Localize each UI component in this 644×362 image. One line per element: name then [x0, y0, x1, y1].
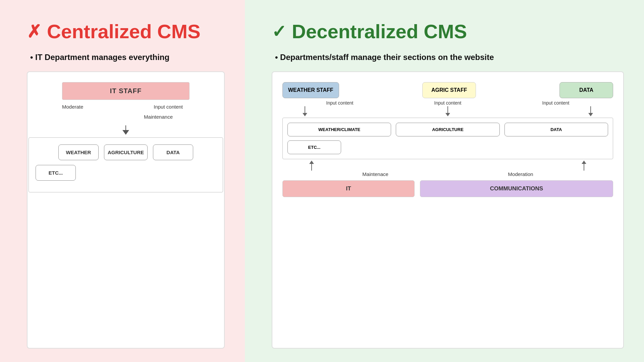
bottom-boxes-row: IT COMMUNICATIONS [282, 180, 613, 197]
etc-box: ETC... [36, 165, 76, 181]
up-arrow-2 [582, 161, 586, 171]
arrow-3 [588, 106, 593, 116]
communications-box: COMMUNICATIONS [420, 180, 613, 197]
agriculture-right-box: AGRICULTURE [396, 123, 499, 136]
arrow-1 [303, 106, 307, 116]
arrow-2 [445, 106, 450, 116]
it-bottom-box: IT [282, 180, 415, 197]
left-sections-row1: WEATHER AGRICULTURE DATA [36, 144, 216, 160]
data-right-box: DATA [504, 123, 608, 136]
agriculture-box: AGRICULTURE [104, 144, 148, 160]
right-bullet: Departments/staff manage their sections … [272, 53, 624, 62]
right-title-text: Decentralized CMS [292, 20, 467, 43]
right-title: ✓ Decentralized CMS [272, 20, 624, 43]
staff-boxes-row: WEATHER STAFF AGRIC STAFF DATA [282, 82, 613, 98]
right-panel: ✓ Decentralized CMS Departments/staff ma… [245, 0, 644, 362]
label-moderate: Moderate [62, 104, 83, 110]
up-arrow-1 [309, 161, 314, 171]
cross-icon: ✗ [27, 23, 42, 40]
weather-climate-box: WEATHER/CLIMATE [287, 123, 391, 136]
weather-staff-box: WEATHER STAFF [282, 82, 339, 98]
left-title-text: Centralized CMS [47, 20, 201, 43]
data-staff-box: DATA [559, 82, 613, 98]
etc-right-row: ETC... [287, 140, 608, 154]
input-label-1: Input content [286, 100, 394, 106]
left-sections-container: WEATHER AGRICULTURE DATA ETC... [29, 137, 223, 192]
right-sections-container: WEATHER/CLIMATE AGRICULTURE DATA ETC... [282, 118, 613, 159]
left-diagram-box: IT STAFF Moderate Input content Maintena… [27, 71, 225, 349]
moderation-label: Moderation [508, 171, 533, 177]
label-input-content: Input content [154, 104, 183, 110]
right-sections-row: WEATHER/CLIMATE AGRICULTURE DATA [287, 123, 608, 136]
label-maintenance: Maintenance [144, 114, 173, 120]
left-sections-row2: ETC... [36, 165, 216, 181]
left-panel: ✗ Centralized CMS IT Department manages … [0, 0, 245, 362]
input-label-2: Input content [394, 100, 502, 106]
data-box: DATA [153, 144, 193, 160]
input-label-3: Input content [502, 100, 610, 106]
it-staff-box: IT STAFF [62, 82, 190, 100]
weather-box: WEATHER [58, 144, 99, 160]
left-bullet: IT Department manages everything [27, 53, 225, 62]
maintenance-label: Maintenace [362, 171, 388, 177]
left-title: ✗ Centralized CMS [27, 20, 225, 43]
agric-staff-box: AGRIC STAFF [422, 82, 476, 98]
etc-right-box: ETC... [287, 140, 341, 154]
check-icon: ✓ [272, 23, 286, 40]
right-diagram-box: WEATHER STAFF AGRIC STAFF DATA Input con… [272, 71, 624, 349]
